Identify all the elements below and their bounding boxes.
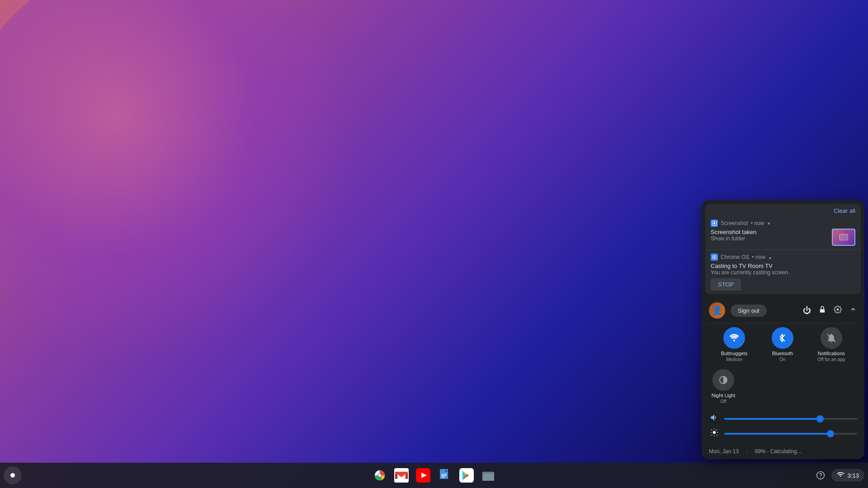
- brightness-thumb: [827, 430, 834, 437]
- youtube-app-icon[interactable]: [413, 465, 433, 485]
- volume-icon[interactable]: [709, 413, 720, 424]
- volume-thumb: [816, 415, 824, 422]
- battery-display: 99% · Calculating...: [755, 448, 801, 455]
- wifi-sublabel: Medium: [726, 357, 742, 362]
- svg-point-7: [713, 431, 716, 434]
- chromeos-chevron: ▴: [769, 255, 771, 260]
- user-controls: ⏻: [803, 305, 857, 316]
- night-light-label: Night Light: [712, 393, 736, 398]
- notifications-toggle-circle: [821, 327, 842, 349]
- svg-point-25: [820, 477, 821, 478]
- svg-rect-21: [441, 477, 445, 478]
- launcher-button[interactable]: [4, 466, 22, 484]
- stop-casting-button[interactable]: STOP: [711, 278, 741, 291]
- wifi-tray-icon: [837, 471, 844, 480]
- svg-point-24: [816, 472, 824, 479]
- chrome-app-icon[interactable]: [370, 465, 390, 485]
- clear-all-button[interactable]: Clear all: [834, 207, 855, 214]
- wifi-label: Buttnuggets: [721, 351, 748, 356]
- screenshot-subtitle[interactable]: Show in folder: [711, 235, 756, 242]
- panel-footer: Mon, Jan 13 · 99% · Calculating...: [702, 445, 864, 459]
- clock-display: 3:13: [848, 472, 859, 479]
- settings-icon[interactable]: [834, 305, 842, 316]
- svg-point-5: [733, 340, 735, 342]
- date-display: Mon, Jan 13: [709, 448, 739, 455]
- svg-rect-20: [441, 475, 447, 476]
- help-tray-icon[interactable]: [813, 468, 828, 483]
- screenshot-app-icon: [711, 220, 718, 227]
- chromeos-app-name: Chrome OS: [721, 254, 749, 260]
- volume-slider-row: [709, 413, 857, 424]
- night-light-toggle[interactable]: Night Light Off: [709, 369, 738, 404]
- taskbar: 3:13: [0, 463, 868, 488]
- docs-app-icon[interactable]: [435, 465, 455, 485]
- toggle-row: Buttnuggets Medium Bluetooth On: [702, 324, 864, 369]
- bluetooth-toggle[interactable]: Bluetooth On: [772, 327, 793, 362]
- taskbar-center: [370, 465, 498, 485]
- user-section: 👤 Sign out ⏻: [702, 298, 864, 323]
- sliders-section: [702, 411, 864, 445]
- night-light-circle: [712, 369, 734, 391]
- wifi-toggle[interactable]: Buttnuggets Medium: [721, 327, 748, 362]
- expand-panel-button[interactable]: [849, 305, 857, 316]
- notifications-toggle[interactable]: Notifications Off for an app: [817, 327, 845, 362]
- chromeos-app-icon: [711, 253, 718, 261]
- night-light-sublabel: Off: [720, 399, 726, 404]
- brightness-icon[interactable]: [709, 428, 720, 439]
- svg-point-10: [378, 474, 381, 477]
- casting-title: Casting to TV Room TV: [711, 263, 855, 269]
- desktop: Clear all Screenshot • now ▾ Screenshot …: [0, 0, 868, 488]
- power-icon[interactable]: ⏻: [803, 306, 811, 315]
- brightness-slider-row: [709, 428, 857, 439]
- bluetooth-toggle-circle: [772, 327, 793, 349]
- files-app-icon[interactable]: [478, 465, 498, 485]
- taskbar-left: [4, 466, 24, 484]
- play-app-icon[interactable]: [457, 465, 476, 485]
- svg-point-3: [714, 257, 715, 258]
- screenshot-app-name: Screenshot: [721, 220, 748, 226]
- brightness-fill: [724, 433, 830, 435]
- night-light-row: Night Light Off: [702, 369, 864, 411]
- notifications-header: Clear all: [705, 204, 861, 216]
- screenshot-thumbnail: [832, 229, 855, 246]
- quick-settings-panel: Clear all Screenshot • now ▾ Screenshot …: [702, 200, 864, 459]
- screenshot-notification: Screenshot • now ▾ Screenshot taken Show…: [705, 216, 861, 250]
- taskbar-right: 3:13: [813, 468, 864, 483]
- system-tray[interactable]: 3:13: [831, 469, 864, 482]
- wifi-toggle-circle: [723, 327, 745, 349]
- notifications-label: Notifications: [818, 351, 845, 356]
- screenshot-chevron: ▾: [768, 221, 770, 226]
- chromeos-time: • now: [752, 254, 765, 260]
- notifications-section: Clear all Screenshot • now ▾ Screenshot …: [705, 204, 861, 294]
- casting-subtitle: You are currently casting screen.: [711, 269, 855, 276]
- svg-point-1: [713, 222, 715, 224]
- bluetooth-sublabel: On: [779, 357, 785, 362]
- brightness-track[interactable]: [724, 433, 857, 435]
- launcher-dot: [10, 473, 15, 478]
- volume-track[interactable]: [724, 418, 857, 420]
- notifications-sublabel: Off for an app: [817, 357, 845, 362]
- casting-notification: Chrome OS • now ▴ Casting to TV Room TV …: [705, 250, 861, 294]
- svg-rect-4: [820, 309, 825, 313]
- gmail-app-icon[interactable]: [392, 465, 411, 485]
- screenshot-time: • now: [751, 220, 764, 226]
- bluetooth-label: Bluetooth: [772, 351, 793, 356]
- avatar: 👤: [709, 302, 725, 319]
- screenshot-title: Screenshot taken: [711, 229, 756, 235]
- svg-rect-19: [441, 474, 447, 475]
- volume-fill: [724, 418, 820, 420]
- lock-icon[interactable]: [818, 305, 826, 316]
- sign-out-button[interactable]: Sign out: [731, 305, 767, 317]
